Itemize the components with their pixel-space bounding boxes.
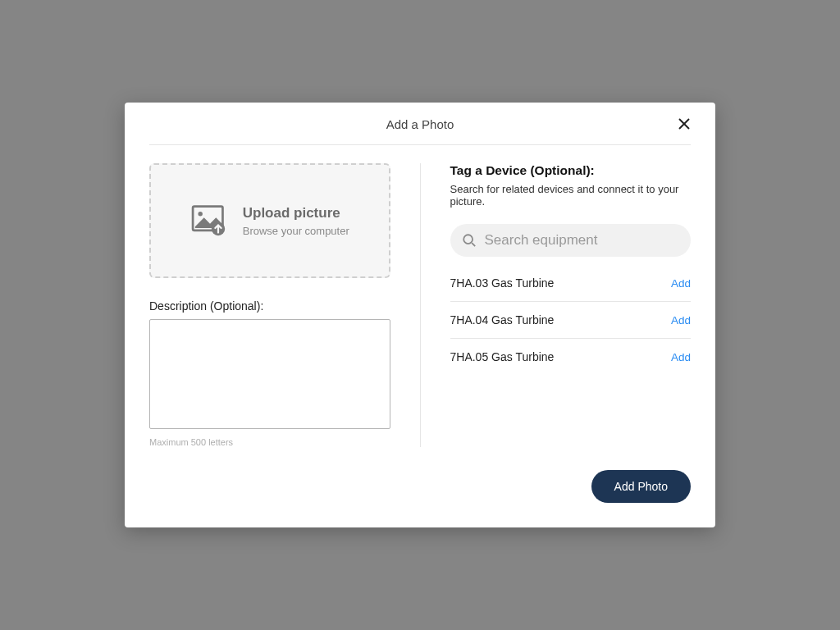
modal-body: Upload picture Browse your computer Desc… [149, 163, 691, 447]
search-input[interactable] [485, 232, 680, 249]
description-textarea[interactable] [149, 319, 390, 429]
search-field[interactable] [450, 224, 692, 257]
equipment-add-button[interactable]: Add [671, 277, 691, 290]
equipment-name: 7HA.03 Gas Turbine [450, 276, 555, 290]
equipment-row: 7HA.04 Gas Turbine Add [450, 302, 692, 339]
description-group: Description (Optional): Maximum 500 lett… [149, 299, 390, 447]
description-helper: Maximum 500 letters [149, 437, 390, 447]
upload-heading: Upload picture [243, 205, 349, 221]
search-icon [462, 233, 477, 248]
upload-dropzone[interactable]: Upload picture Browse your computer [149, 163, 390, 278]
svg-point-5 [463, 235, 472, 244]
right-column: Tag a Device (Optional): Search for rela… [450, 163, 692, 447]
left-column: Upload picture Browse your computer Desc… [149, 163, 390, 447]
equipment-add-button[interactable]: Add [671, 351, 691, 363]
svg-line-6 [472, 243, 475, 246]
equipment-name: 7HA.04 Gas Turbine [450, 313, 555, 326]
equipment-name: 7HA.05 Gas Turbine [450, 350, 555, 363]
modal-footer: Add Photo [149, 470, 691, 503]
close-button[interactable] [674, 114, 694, 134]
upload-text: Upload picture Browse your computer [243, 205, 349, 237]
modal-title: Add a Photo [149, 117, 691, 131]
close-icon [678, 118, 690, 130]
description-label: Description (Optional): [149, 299, 390, 313]
modal-header: Add a Photo [149, 103, 691, 145]
equipment-row: 7HA.03 Gas Turbine Add [450, 265, 692, 302]
equipment-add-button[interactable]: Add [671, 314, 691, 326]
add-photo-modal: Add a Photo Upload picture Browse your c… [125, 103, 715, 527]
svg-point-3 [198, 212, 202, 216]
image-upload-icon [190, 204, 230, 237]
upload-sub: Browse your computer [243, 225, 349, 237]
column-divider [420, 163, 421, 447]
tag-title: Tag a Device (Optional): [450, 163, 692, 178]
tag-subtitle: Search for related devices and connect i… [450, 183, 692, 208]
equipment-list: 7HA.03 Gas Turbine Add 7HA.04 Gas Turbin… [450, 265, 692, 375]
add-photo-button[interactable]: Add Photo [591, 470, 691, 503]
equipment-row: 7HA.05 Gas Turbine Add [450, 339, 692, 375]
